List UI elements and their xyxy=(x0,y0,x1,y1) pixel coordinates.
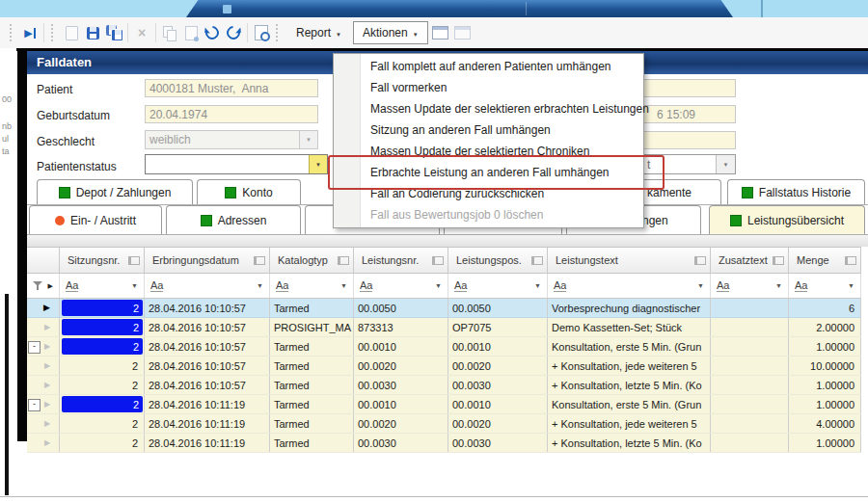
sitzungsnr-cell[interactable]: 2 xyxy=(60,376,145,394)
pin-icon[interactable] xyxy=(128,256,140,265)
zusatztext-cell[interactable] xyxy=(711,337,789,356)
column-filter-cell[interactable]: Aa▼ xyxy=(448,274,548,298)
erbringungsdatum-cell[interactable]: 28.04.2016 10:10:57 xyxy=(145,376,270,394)
table-row[interactable]: -▶228.04.2016 10:11:19Tarmed00.001000.00… xyxy=(27,395,861,414)
sitzungsnr-cell[interactable]: 2 xyxy=(60,318,145,336)
leistungspos-cell[interactable]: 00.0020 xyxy=(448,414,548,433)
leistungstext-cell[interactable]: Konsultation, erste 5 Min. (Grun xyxy=(548,337,711,356)
save-button[interactable] xyxy=(82,22,103,43)
leistungsnr-cell[interactable]: 873313 xyxy=(354,318,448,336)
print-preview-button[interactable] xyxy=(251,22,272,43)
sitzungsnr-cell[interactable]: 2 xyxy=(60,434,145,452)
table-row[interactable]: ▶228.04.2016 10:10:57Tarmed00.002000.002… xyxy=(27,357,861,376)
filter-type-label[interactable]: Aa xyxy=(150,279,163,293)
erbringungsdatum-cell[interactable]: 28.04.2016 10:10:57 xyxy=(145,299,270,317)
menu-item[interactable]: Sitzung an anderen Fall umhängen xyxy=(334,119,643,141)
leistungstext-cell[interactable]: Vorbesprechung diagnostischer xyxy=(548,299,711,317)
filter-dropdown-icon[interactable]: ▼ xyxy=(340,282,347,289)
new-document-button[interactable] xyxy=(61,22,82,43)
zusatztext-cell[interactable] xyxy=(711,376,789,394)
leistungstext-cell[interactable]: + Konsultation, letzte 5 Min. (Ko xyxy=(548,376,711,394)
pin-icon[interactable] xyxy=(254,256,265,265)
zusatztext-cell[interactable] xyxy=(711,357,789,375)
row-indicator-cell[interactable]: ▶ xyxy=(27,434,60,452)
row-indicator-cell[interactable]: ▶ xyxy=(27,414,60,433)
copy-button[interactable] xyxy=(159,22,180,43)
pin-icon[interactable] xyxy=(773,256,784,265)
column-filter-cell[interactable]: Aa▼ xyxy=(354,274,448,298)
dropdown-arrow-icon[interactable] xyxy=(299,131,317,148)
filter-type-label[interactable]: Aa xyxy=(276,279,288,293)
leistungsnr-cell[interactable]: 00.0010 xyxy=(354,395,448,413)
filter-type-label[interactable]: Aa xyxy=(795,279,807,293)
menge-cell[interactable]: 4.00000 xyxy=(789,414,861,433)
column-header[interactable]: Erbringungsdatum xyxy=(145,248,270,273)
menge-cell[interactable]: 6 xyxy=(789,299,861,317)
undo-button[interactable] xyxy=(202,22,223,43)
filter-type-label[interactable]: Aa xyxy=(454,279,467,293)
leistungsnr-cell[interactable]: 00.0020 xyxy=(354,414,448,433)
katalogtyp-cell[interactable]: Tarmed xyxy=(270,357,354,375)
pin-icon[interactable] xyxy=(531,256,543,265)
tab[interactable]: Leistungsübersicht xyxy=(709,205,865,234)
menge-cell[interactable]: 1.00000 xyxy=(789,434,861,452)
column-filter-cell[interactable]: Aa▼ xyxy=(548,274,711,298)
pin-icon[interactable] xyxy=(338,256,349,265)
column-header[interactable]: Leistungsnr. xyxy=(354,248,448,273)
menge-cell[interactable]: 2.00000 xyxy=(789,318,861,336)
aktionen-menu-button[interactable]: Aktionen xyxy=(353,21,428,44)
leistungstext-cell[interactable]: + Konsultation, letzte 5 Min. (Ko xyxy=(548,434,711,452)
zusatztext-cell[interactable] xyxy=(711,414,789,433)
collapse-expander-icon[interactable]: - xyxy=(28,341,41,354)
tab[interactable]: Ein- / Austritt xyxy=(29,205,162,234)
leistungsnr-cell[interactable]: 00.0050 xyxy=(354,299,448,317)
erbringungsdatum-cell[interactable]: 28.04.2016 10:10:57 xyxy=(145,337,270,356)
zusatztext-cell[interactable] xyxy=(711,434,789,452)
table-row[interactable]: ▶228.04.2016 10:10:57PROSIGHT_MA873313OP… xyxy=(27,318,861,337)
leistungspos-cell[interactable]: OP7075 xyxy=(448,318,548,336)
leistungspos-cell[interactable]: 00.0030 xyxy=(448,434,548,452)
column-filter-cell[interactable]: Aa▼ xyxy=(270,274,354,298)
geburtsdatum-field[interactable]: 20.04.1974 xyxy=(145,105,318,123)
filter-dropdown-icon[interactable]: ▼ xyxy=(435,282,442,289)
goto-last-button[interactable]: ▶ xyxy=(19,22,41,43)
leistungstext-cell[interactable]: + Konsultation, jede weiteren 5 xyxy=(548,357,711,375)
column-header[interactable]: Katalogtyp xyxy=(270,248,354,273)
assign-window-button[interactable] xyxy=(432,26,448,40)
row-indicator-cell[interactable]: ▶ xyxy=(27,357,60,375)
menge-cell[interactable]: 1.00000 xyxy=(789,376,861,394)
menu-item[interactable]: Massen Update der selektieren erbrachten… xyxy=(334,98,643,119)
table-row[interactable]: ▶228.04.2016 10:10:57Tarmed00.003000.003… xyxy=(27,376,861,395)
menge-cell[interactable]: 1.00000 xyxy=(789,337,861,356)
geschlecht-combobox[interactable]: weiblich xyxy=(145,130,318,149)
zusatztext-cell[interactable] xyxy=(711,395,789,413)
filter-funnel-icon[interactable] xyxy=(33,280,43,291)
filter-dropdown-icon[interactable]: ▼ xyxy=(697,282,704,289)
tab[interactable]: Depot / Zahlungen xyxy=(37,179,193,205)
column-header[interactable]: Sitzungsnr. xyxy=(60,248,145,273)
dropdown-arrow-icon[interactable] xyxy=(716,155,735,173)
column-header[interactable]: Menge xyxy=(789,248,861,273)
toolbar-grip[interactable] xyxy=(51,24,57,41)
katalogtyp-cell[interactable]: Tarmed xyxy=(270,376,354,394)
patientenstatus-combobox[interactable] xyxy=(145,154,328,174)
dropdown-arrow-icon[interactable] xyxy=(309,155,327,173)
leistungsnr-cell[interactable]: 00.0030 xyxy=(354,434,448,452)
menge-cell[interactable]: 1.00000 xyxy=(789,395,861,413)
katalogtyp-cell[interactable]: Tarmed xyxy=(270,299,354,317)
toolbar-grip[interactable] xyxy=(276,24,282,41)
redo-button[interactable] xyxy=(223,22,244,43)
katalogtyp-cell[interactable]: PROSIGHT_MA xyxy=(270,318,354,336)
katalogtyp-cell[interactable]: Tarmed xyxy=(270,337,354,356)
leistungsnr-cell[interactable]: 00.0020 xyxy=(354,357,448,375)
sitzungsnr-cell[interactable]: 2 xyxy=(60,337,145,356)
column-filter-cell[interactable]: Aa▼ xyxy=(60,274,145,298)
pin-icon[interactable] xyxy=(845,256,856,265)
erbringungsdatum-cell[interactable]: 28.04.2016 10:11:19 xyxy=(145,395,270,413)
filter-dropdown-icon[interactable]: ▼ xyxy=(257,282,263,289)
leistungstext-cell[interactable]: Demo Kassetten-Set; Stück xyxy=(548,318,711,336)
filter-type-label[interactable]: Aa xyxy=(66,279,78,293)
table-row[interactable]: -▶228.04.2016 10:10:57Tarmed00.001000.00… xyxy=(27,337,861,357)
filter-dropdown-icon[interactable]: ▼ xyxy=(848,282,854,289)
row-indicator-cell[interactable]: ▶ xyxy=(27,299,60,317)
